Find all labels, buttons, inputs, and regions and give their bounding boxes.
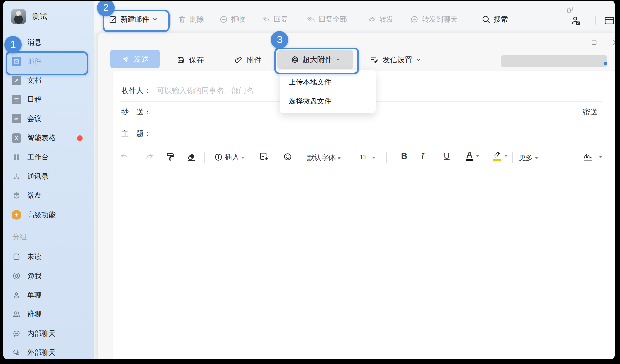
unread-icon bbox=[12, 252, 21, 262]
reply-all-icon bbox=[307, 15, 315, 24]
minus-circle-icon bbox=[219, 15, 228, 24]
menu-item-select-wedrive[interactable]: 选择微盘文件 bbox=[280, 91, 376, 111]
mail-toolbar bbox=[94, 1, 615, 33]
new-feature-badge bbox=[77, 135, 83, 141]
signature-button[interactable] bbox=[582, 151, 602, 162]
sidebar-item-internal-chat[interactable]: 内部聊天 bbox=[3, 326, 94, 341]
format-painter-button[interactable] bbox=[165, 152, 175, 162]
compose-minimize-button[interactable] bbox=[568, 38, 577, 48]
avatar[interactable] bbox=[11, 9, 26, 24]
insert-button[interactable]: 插入 bbox=[214, 152, 244, 162]
redo-button[interactable] bbox=[145, 152, 154, 162]
reply-all-label: 回复全部 bbox=[318, 15, 347, 24]
duplicate-window-button[interactable] bbox=[566, 1, 573, 18]
bold-button[interactable]: B bbox=[401, 151, 407, 161]
annotation-step-3: 3 bbox=[271, 31, 288, 48]
split-view-button[interactable] bbox=[604, 12, 615, 29]
highlight-button[interactable] bbox=[493, 150, 508, 161]
send-settings-label: 发信设置 bbox=[382, 55, 412, 65]
compose-maximize-button[interactable] bbox=[590, 38, 599, 47]
compose-close-button[interactable] bbox=[611, 38, 615, 47]
forward-to-chat-label: 转发到聊天 bbox=[422, 15, 458, 24]
annotation-box-mail bbox=[6, 51, 88, 75]
menu-item-upload-local[interactable]: 上传本地文件 bbox=[280, 72, 376, 91]
italic-button[interactable]: I bbox=[421, 151, 424, 161]
sidebar-item-workbench[interactable]: 工作台 bbox=[3, 149, 94, 165]
send-settings-button[interactable]: 发信设置 bbox=[370, 53, 421, 67]
plus-circle-icon bbox=[214, 153, 223, 162]
person-icon bbox=[12, 290, 21, 300]
redo-icon bbox=[145, 152, 154, 162]
italic-glyph: I bbox=[421, 151, 424, 161]
redacted-field bbox=[501, 55, 607, 67]
sidebar-item-group-chat[interactable]: 群聊 bbox=[3, 306, 94, 322]
insert-label: 插入 bbox=[225, 152, 239, 162]
sidebar-item-meeting[interactable]: 会议 bbox=[3, 111, 94, 126]
subject-field[interactable]: 主 题： bbox=[113, 123, 615, 145]
send-label: 发送 bbox=[134, 54, 149, 64]
forward-to-chat-button[interactable]: 转发到聊天 bbox=[410, 11, 458, 28]
sidebar-item-label: 外部聊天 bbox=[27, 348, 56, 358]
app-minimize-button[interactable] bbox=[595, 3, 602, 19]
dropdown-arrow-icon bbox=[241, 157, 244, 159]
bold-glyph: B bbox=[401, 151, 407, 161]
calendar-icon bbox=[12, 95, 21, 104]
undo-icon bbox=[119, 152, 129, 162]
chat-bubble-icon bbox=[12, 329, 21, 338]
sidebar-item-single-chat[interactable]: 单聊 bbox=[3, 287, 94, 303]
delete-button[interactable]: 删除 bbox=[178, 11, 204, 28]
workbench-icon bbox=[12, 152, 21, 162]
sidebar-item-external-chat[interactable]: 外部聊天 bbox=[3, 345, 94, 359]
underline-glyph: U bbox=[444, 151, 450, 161]
sidebar-item-at-me[interactable]: @我 bbox=[3, 268, 94, 284]
sidebar-item-premium[interactable]: 高级功能 bbox=[3, 207, 94, 223]
org-chart-icon bbox=[12, 172, 21, 181]
emoji-button[interactable] bbox=[283, 152, 292, 161]
underline-button[interactable]: U bbox=[444, 151, 450, 161]
sidebar-item-label: 内部聊天 bbox=[27, 329, 56, 338]
dropdown-arrow-icon bbox=[599, 156, 602, 158]
more-button[interactable]: 更多 bbox=[519, 153, 538, 163]
large-attachment-menu: 上传本地文件 选择微盘文件 bbox=[280, 70, 376, 113]
save-label: 保存 bbox=[189, 55, 204, 65]
undo-button[interactable] bbox=[119, 152, 129, 162]
forward-button[interactable]: 转发 bbox=[368, 11, 393, 28]
sidebar-item-unread[interactable]: 未读 bbox=[3, 249, 94, 264]
reply-button[interactable]: 回复 bbox=[262, 11, 288, 28]
dropdown-arrow-icon bbox=[504, 155, 508, 157]
font-size-select[interactable]: 11 bbox=[360, 153, 375, 161]
doc-export-icon bbox=[259, 152, 269, 161]
people-icon bbox=[12, 309, 21, 319]
dropdown-arrow-icon bbox=[372, 157, 375, 159]
smart-table-icon bbox=[12, 133, 21, 143]
send-settings-icon bbox=[370, 55, 379, 64]
template-button[interactable] bbox=[259, 152, 269, 161]
sidebar-item-label: 文档 bbox=[27, 76, 41, 85]
search-button[interactable]: 搜索 bbox=[482, 11, 508, 28]
highlighter-icon bbox=[493, 150, 501, 161]
mail-form-card: 收件人： 可以输入你的同事名、部门名 抄 送： 密送 主 题： bbox=[113, 71, 615, 359]
font-family-value: 默认字体 bbox=[307, 153, 336, 163]
sidebar-item-label: @我 bbox=[27, 271, 41, 281]
sidebar-item-label: 单聊 bbox=[27, 290, 41, 300]
group-header: 分组 bbox=[12, 232, 27, 242]
sidebar-item-label: 日程 bbox=[27, 95, 41, 104]
font-size-value: 11 bbox=[360, 153, 367, 161]
profile[interactable]: 测试 bbox=[11, 9, 47, 24]
reject-label: 拒收 bbox=[231, 15, 245, 24]
attachment-label: 附件 bbox=[247, 55, 262, 65]
sidebar-item-calendar[interactable]: 日程 bbox=[3, 92, 94, 107]
font-color-button[interactable]: A bbox=[466, 150, 479, 161]
font-family-select[interactable]: 默认字体 bbox=[307, 153, 341, 163]
attachment-button[interactable]: 附件 bbox=[234, 53, 262, 67]
reply-all-button[interactable]: 回复全部 bbox=[307, 11, 347, 28]
save-button[interactable]: 保存 bbox=[176, 53, 204, 67]
send-button[interactable]: 发送 bbox=[110, 50, 160, 68]
sidebar-item-label: 未读 bbox=[27, 252, 41, 262]
bcc-toggle[interactable]: 密送 bbox=[583, 107, 598, 117]
recipient-label: 收件人： bbox=[121, 86, 151, 96]
sidebar-item-contacts[interactable]: 通讯录 bbox=[3, 169, 94, 184]
reject-button[interactable]: 拒收 bbox=[219, 11, 245, 28]
clear-format-button[interactable] bbox=[186, 152, 196, 162]
sidebar-item-wedrive[interactable]: 微盘 bbox=[3, 188, 94, 203]
